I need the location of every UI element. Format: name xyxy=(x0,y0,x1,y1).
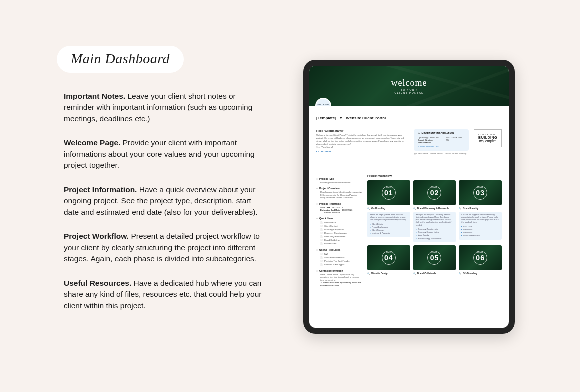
studio-badge: THE DESIGN STUDIO xyxy=(316,99,330,106)
quicklink-item[interactable]: Client Contract xyxy=(320,224,362,228)
portal-screen: welcome TO YOUR CLIENT PORTAL THE DESIGN… xyxy=(310,66,509,328)
h-resources: Useful Resources xyxy=(316,248,362,252)
section-welcome-page: Welcome Page. Provide your client with i… xyxy=(64,138,264,171)
phase-tile[interactable]: phase02 xyxy=(414,180,456,206)
phase-column: phase01On-BoardingBefore we begin, pleas… xyxy=(368,180,410,242)
intro-text: Welcome to your Client Portal! This is t… xyxy=(316,134,409,146)
intro-sign: © x, [Your Name] xyxy=(316,146,409,149)
section-project-workflow: Project Workflow. Present a detailed pro… xyxy=(64,231,264,264)
divider xyxy=(316,166,502,166)
resource-item[interactable]: Stock Photo Websites xyxy=(320,256,362,260)
resources-list: FAQStock Photo WebsitesProviding The Bes… xyxy=(320,252,362,266)
phase-tile[interactable]: phase03 xyxy=(459,180,502,206)
portal-title: [Template] ✦ Website Client Portal xyxy=(316,116,502,120)
title-text: Website Client Portal xyxy=(346,116,386,120)
building-quote: I HAVE STARTED BUILDING my empire xyxy=(474,130,502,148)
page-title: Main Dashboard xyxy=(71,51,170,66)
h-quicklinks: Quick Links xyxy=(316,217,362,220)
important-info-card-wrap: ⚠ IMPORTANT INFORMATION Upcoming Zoom Ca… xyxy=(414,130,469,155)
quicklink-item[interactable]: Brand Guidelines xyxy=(320,238,362,242)
phase-tile[interactable]: phase05 xyxy=(414,246,456,270)
quicklinks-list: Welcome KitClient ContractInvoicing & Pa… xyxy=(320,221,362,246)
phase-column: phase02Brand Discovery & ResearchHere yo… xyxy=(414,180,456,242)
section-useful-resources: Useful Resources. Have a dedicated hub w… xyxy=(64,278,264,312)
title-prefix: [Template] xyxy=(316,116,336,120)
card-header: ⚠ IMPORTANT INFORMATION xyxy=(418,132,465,135)
phase-desc: Before we begin, please make sure the fo… xyxy=(368,212,410,238)
phase-tile[interactable]: phase06 xyxy=(459,246,502,270)
heading: Welcome Page. xyxy=(64,138,120,147)
diamond-icon: ✦ xyxy=(340,116,343,120)
card-date: 10/07/2023 2:00 PM xyxy=(446,136,465,144)
workflow-area: Project Workflow phase01On-BoardingBefor… xyxy=(368,174,502,287)
v-contact-note: → Please note that my working hours are … xyxy=(320,282,362,287)
phase-item[interactable]: Invoicing & Payments xyxy=(370,232,408,236)
title-pill: Main Dashboard xyxy=(57,46,184,73)
hero-banner: welcome TO YOUR CLIENT PORTAL THE DESIGN… xyxy=(310,66,509,106)
section-project-info: Project Information. Have a quick overvi… xyxy=(64,184,264,218)
heading: Useful Resources. xyxy=(64,279,132,288)
quicklink-item[interactable]: Invoicing & Payments xyxy=(320,228,362,232)
tablet-mockup: welcome TO YOUR CLIENT PORTAL THE DESIGN… xyxy=(304,60,515,334)
phase-item[interactable]: Brand Presentation xyxy=(462,235,500,238)
phase-label: Brand Collaterals xyxy=(414,272,456,275)
hello-heading: Hello 'Clients name'! xyxy=(316,130,409,132)
v-project-type: Branding and Web Development xyxy=(320,182,362,184)
phase-label: Off-Boarding xyxy=(459,272,502,275)
phase-desc: Here you will find your Discovery Sessio… xyxy=(414,212,456,242)
phase-column: phase04Website Design xyxy=(368,246,410,275)
top-row: Hello 'Clients name'! Welcome to your Cl… xyxy=(316,130,502,155)
card-line: Upcoming Zoom Call: Brand Strategy Prese… xyxy=(418,136,465,144)
zoom-link[interactable]: Zoom Invitation Link xyxy=(418,146,465,148)
quicklink-item[interactable]: Brand Assets xyxy=(320,242,362,246)
phase-label: Website Design xyxy=(368,272,410,275)
v-overview: Developing a brand identity and a respon… xyxy=(320,191,362,199)
h-contact: Contact Information xyxy=(316,270,362,272)
left-column: Main Dashboard Important Notes. Leave yo… xyxy=(64,46,269,324)
main-grid: Project Type Branding and Web Developmen… xyxy=(316,174,502,287)
important-info-card: ⚠ IMPORTANT INFORMATION Upcoming Zoom Ca… xyxy=(414,130,469,151)
resource-item[interactable]: FAQ xyxy=(320,252,362,256)
hero-script: welcome xyxy=(392,78,428,88)
h-timeframe: Project Timeframe xyxy=(316,202,362,206)
resource-item[interactable]: A Guide To File Types xyxy=(320,263,362,266)
phase-column: phase03Brand IdentityClick on the toggle… xyxy=(459,180,502,242)
portal-sidebar: Project Type Branding and Web Developmen… xyxy=(316,174,362,287)
phase-grid: phase01On-BoardingBefore we begin, pleas… xyxy=(368,180,502,275)
h-overview: Project Overview xyxy=(316,187,362,190)
v-contact: Dear 'Clients Name', if you have any que… xyxy=(320,274,362,282)
section-important-notes: Important Notes. Leave your client short… xyxy=(64,91,264,124)
phase-label: Brand Discovery & Research xyxy=(414,208,456,210)
hero-welcome-text: welcome TO YOUR CLIENT PORTAL xyxy=(392,78,428,94)
quicklink-item[interactable]: Discovery Questionnaire xyxy=(320,232,362,235)
hello-block: Hello 'Clients name'! Welcome to your Cl… xyxy=(316,130,409,153)
phase-label: Brand Identity xyxy=(459,208,502,210)
phase-item[interactable]: Brand Strategy Presentation xyxy=(416,238,454,240)
quicklink-item[interactable]: Welcome Kit xyxy=(320,221,362,224)
card-disclaimer: @'ClientsName': Please allow 1–2 hours f… xyxy=(414,152,469,155)
phase-column: phase05Brand Collaterals xyxy=(414,246,456,275)
phase-column: phase06Off-Boarding xyxy=(459,246,502,275)
heading: Project Information. xyxy=(64,186,137,194)
phase-desc: Click on the toggle to view the branding… xyxy=(459,212,502,240)
phase-label: On-Boarding xyxy=(368,208,410,210)
phase-tile[interactable]: phase04 xyxy=(368,246,410,270)
workflow-heading: Project Workflow xyxy=(368,174,502,178)
quicklink-item[interactable]: Website Questionnaire xyxy=(320,235,362,238)
h-project-type: Project Type xyxy=(316,178,362,180)
heading: Project Workflow. xyxy=(64,232,129,240)
hero-sub2: CLIENT PORTAL xyxy=(392,92,428,94)
heading: Important Notes. xyxy=(64,92,126,100)
phase-tile[interactable]: phase01 xyxy=(368,180,410,206)
resource-item[interactable]: Providing The Best Feedb... xyxy=(320,260,362,263)
start-here-link[interactable]: ▸ START HERE xyxy=(316,150,409,153)
